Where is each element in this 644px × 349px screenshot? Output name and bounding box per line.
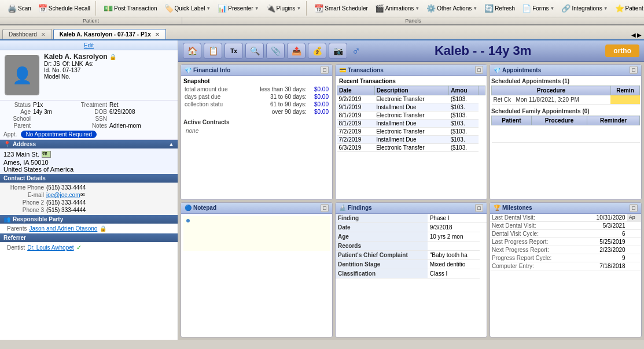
finding-label-4: Records xyxy=(336,241,428,250)
smart-scheduler-button[interactable]: 📆 Smart Scheduler xyxy=(311,2,370,14)
other-actions-label: Other Actions xyxy=(437,5,472,12)
milestones-panel: 🏆 Milestones □ Last Dental Visit: 10/31/… xyxy=(490,202,642,338)
address-icon: 📍 xyxy=(3,141,10,147)
trans-col-amount: Amou xyxy=(449,86,479,95)
snapshot-table: total amount due less than 30 days: $0.0… xyxy=(183,86,330,116)
appointments-panel-close[interactable]: □ xyxy=(630,66,638,74)
dashboard-tab-close[interactable]: ✕ xyxy=(41,32,46,38)
home-phone-value: (515) 333-4444 xyxy=(46,184,86,191)
referrer-header: Referrer xyxy=(0,233,178,242)
snap-val-2: $0.00 xyxy=(308,93,330,101)
transactions-panel: 💳 Transactions □ Recent Transactions Dat… xyxy=(335,64,487,200)
toolbar: 🖨️ Scan 📅 Schedule Recall 💵 Post Transac… xyxy=(0,0,644,25)
email-value[interactable]: joe@joe.com xyxy=(46,192,80,198)
notepad-panel-content xyxy=(181,214,332,337)
parent-value xyxy=(33,122,79,129)
phone3-row: Phone 3 (515) 333-4444 xyxy=(3,206,174,214)
integrations-button[interactable]: 🔗 Integrations ▼ xyxy=(558,2,610,14)
patient-tab-close[interactable]: ✕ xyxy=(155,32,160,38)
dashboard-tab[interactable]: Dashboard ✕ xyxy=(2,29,52,39)
notepad-text[interactable] xyxy=(183,216,330,251)
ms-val-7: 7/18/2018 xyxy=(580,262,627,270)
snapshot-row-4: over 90 days: $0.00 xyxy=(183,108,330,116)
table-row: Age 10 yrs 2 mon xyxy=(336,232,487,241)
search-btn[interactable]: 🔍 xyxy=(245,43,264,59)
transactions-panel-close[interactable]: □ xyxy=(475,66,483,74)
edit-link[interactable]: Edit xyxy=(84,42,94,49)
scan-button[interactable]: 🖨️ Scan xyxy=(5,2,34,14)
financial-icon: 💎 xyxy=(185,67,192,73)
forms-button[interactable]: 📄 Forms ▼ xyxy=(519,2,557,14)
presenter-button[interactable]: 📊 Presenter ▼ xyxy=(215,2,262,14)
lock-icon: 🔒 xyxy=(109,54,116,60)
animations-button[interactable]: 🎬 Animations ▼ xyxy=(372,2,422,14)
milestones-icon: 🏆 xyxy=(494,205,501,211)
responsible-party-content: Parents Jason and Adrien Otasono 🔒 xyxy=(0,224,178,233)
notepad-panel-header: 🔵 Notepad □ xyxy=(181,203,332,214)
patient-section-label: Patient xyxy=(0,17,182,24)
quick-label-button[interactable]: 🏷️ Quick Label ▼ xyxy=(161,2,214,14)
recent-trans-title: Recent Transactions xyxy=(337,77,485,86)
refresh-button[interactable]: 🔄 Refresh xyxy=(481,2,518,14)
toolbar-row1: 🖨️ Scan 📅 Schedule Recall 💵 Post Transac… xyxy=(0,0,644,17)
ortho-badge[interactable]: ortho xyxy=(605,44,639,57)
findings-panel: 🔬 Findings □ Finding Phase I xyxy=(335,202,487,338)
appointments-panel-header: 💎 Appointments □ xyxy=(490,65,641,76)
other-actions-arrow: ▼ xyxy=(473,6,477,11)
tab-arrow-left[interactable]: ◀ xyxy=(631,32,636,38)
findings-panel-close[interactable]: □ xyxy=(475,204,483,212)
ms-badge-1: Ap xyxy=(627,214,641,222)
home-phone-label: Home Phone xyxy=(3,184,44,191)
other-actions-button[interactable]: ⚙️ Other Actions ▼ xyxy=(424,2,480,14)
snapshot-row-3: collection statu 61 to 90 days: $0.00 xyxy=(183,101,330,108)
quick-label-arrow: ▼ xyxy=(206,6,211,11)
school-key: School xyxy=(3,116,32,122)
home-btn[interactable]: 🏠 xyxy=(183,43,201,59)
schedule-recall-label: Schedule Recall xyxy=(49,5,90,12)
plugins-button[interactable]: 🔌 Plugins ▼ xyxy=(263,2,304,14)
address-expand-icon[interactable]: ▲ xyxy=(168,141,174,147)
family-col-procedure: Procedure xyxy=(531,116,587,125)
milestones-panel-close[interactable]: □ xyxy=(630,204,638,212)
resp-value[interactable]: Jason and Adrien Otasono xyxy=(29,225,97,232)
camera-btn[interactable]: 📷 xyxy=(329,43,347,59)
tx-btn[interactable]: Tx xyxy=(225,43,243,59)
treatment-key: Treatment xyxy=(80,102,109,108)
address-row2: Ames, IA 50010 xyxy=(3,159,174,166)
financial-panel-title: 💎 Financial Info xyxy=(185,67,230,73)
patient-header-bar: 🏠 📋 Tx 🔍 📎 📤 💰 📷 ♂ Kaleb - - 14y 3m orth… xyxy=(178,40,644,62)
dob-value: 6/29/2008 xyxy=(109,109,156,115)
email-label: E-mail xyxy=(3,192,44,198)
patient-rewards-button[interactable]: ⭐ Patient Rewards xyxy=(612,2,644,14)
avatar-silhouette: 👤 xyxy=(5,55,39,95)
patient-tab[interactable]: Kaleb A. Kasrolyon - 07-137 - P1x ✕ xyxy=(53,29,166,39)
dollar-btn[interactable]: 💰 xyxy=(308,43,326,59)
presenter-label: Presenter xyxy=(228,5,253,12)
paperclip-btn[interactable]: 📎 xyxy=(266,43,285,59)
patient-rewards-label: Patient Rewards xyxy=(625,5,644,12)
tab-arrow-right[interactable]: ▶ xyxy=(637,32,642,38)
notepad-icon: 🔵 xyxy=(185,205,192,211)
referrer-value[interactable]: Dr. Louis Awhopet xyxy=(27,244,73,251)
model-row: Model No. xyxy=(44,73,175,80)
ms-val-1: 10/31/2020 xyxy=(580,214,627,222)
map-icon[interactable]: 🗺 xyxy=(42,151,51,158)
schedule-recall-button[interactable]: 📅 Schedule Recall xyxy=(35,2,93,14)
post-transaction-button[interactable]: 💵 Post Transaction xyxy=(101,2,160,14)
phone2-row: Phone 2 (515) 333-4444 xyxy=(3,199,174,206)
table-row: Finding Phase I xyxy=(336,214,487,223)
financial-panel-header: 💎 Financial Info □ xyxy=(181,65,332,76)
table-row: 7/2/2019Electronic Transfer($103. xyxy=(337,128,485,136)
financial-panel-close[interactable]: □ xyxy=(321,66,329,74)
contact-content: Home Phone (515) 333-4444 E-mail joe@joe… xyxy=(0,183,178,215)
parent-key: Parent xyxy=(3,122,32,129)
list-btn[interactable]: 📋 xyxy=(204,43,222,59)
family-appt-header-row: Patient Procedure Reminder xyxy=(492,116,640,125)
trans-amt: ($103. xyxy=(449,144,479,152)
ms-val-2: 5/3/2021 xyxy=(580,221,627,229)
notepad-panel-close[interactable]: □ xyxy=(321,204,329,212)
address-section-header: 📍 Address ▲ xyxy=(0,140,178,148)
finding-val-3: 10 yrs 2 mon xyxy=(428,232,480,241)
upload-btn[interactable]: 📤 xyxy=(287,43,306,59)
trans-col-date: Date xyxy=(337,86,375,95)
